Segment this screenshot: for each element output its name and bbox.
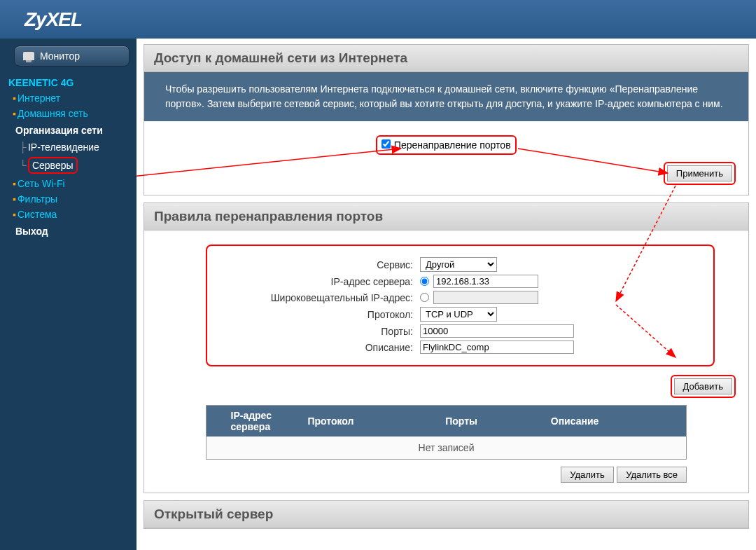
rules-table: IP-адрес сервера Протокол Порты Описание… [206,405,687,460]
add-button[interactable]: Добавить [674,378,732,394]
panel-rules: Правила перенаправления портов Сервис: Д… [144,202,749,493]
nav-home-network[interactable]: ▪Домашняя сеть [0,106,136,121]
desc-input[interactable] [420,341,574,354]
broadcast-radio[interactable] [420,293,429,302]
panel-access-title: Доступ к домашней сети из Интернета [144,45,748,72]
monitor-label: Монитор [40,50,80,62]
nav-servers[interactable]: └Серверы [0,155,136,176]
protocol-label: Протокол: [217,309,420,320]
ports-input[interactable] [420,324,574,338]
nav-internet[interactable]: ▪Интернет [0,90,136,106]
delete-all-button[interactable]: Удалить все [617,467,687,483]
panel-open-server-title: Открытый сервер [144,501,748,528]
nav-iptv[interactable]: ├IP-телевидение [0,139,136,155]
panel-access-desc: Чтобы разрешить пользователям Интернета … [144,72,748,121]
th-protocol: Протокол [301,406,439,437]
nav-wifi[interactable]: ▪Сеть Wi-Fi [0,176,136,191]
broadcast-input[interactable] [433,291,538,304]
panel-open-server: Открытый сервер [144,500,749,529]
ip-label: IP-адрес сервера: [217,276,420,287]
apply-button[interactable]: Применить [667,165,732,181]
th-ip: IP-адрес сервера [224,406,301,437]
protocol-select[interactable]: TCP и UDP [420,307,497,322]
brand-logo: ZyXEL [24,8,82,31]
device-title: KEENETIC 4G [0,75,136,90]
service-label: Сервис: [217,259,420,270]
nav-network-org[interactable]: Организация сети [0,121,136,139]
broadcast-label: Широковещательный IP-адрес: [217,292,420,303]
nav-filters[interactable]: ▪Фильтры [0,191,136,207]
delete-button[interactable]: Удалить [561,467,614,483]
th-desc: Описание [544,406,687,437]
ip-input[interactable] [433,275,538,288]
ports-label: Порты: [217,326,420,337]
monitor-icon [23,52,34,60]
panel-rules-title: Правила перенаправления портов [144,203,748,231]
monitor-button[interactable]: Монитор [14,46,130,67]
nav-system[interactable]: ▪Система [0,207,136,222]
table-empty: Нет записей [206,436,687,460]
rule-form: Сервис: Другой IP-адрес сервера: Широков… [206,245,715,366]
port-forwarding-checkbox[interactable] [382,139,391,149]
panel-access: Доступ к домашней сети из Интернета Чтоб… [144,44,749,195]
main-content: Доступ к домашней сети из Интернета Чтоб… [136,39,756,550]
service-select[interactable]: Другой [420,257,497,272]
ip-radio[interactable] [420,277,429,286]
nav-logout[interactable]: Выход [0,222,136,240]
port-forwarding-label: Перенаправление портов [394,139,511,151]
desc-label: Описание: [217,342,420,353]
sidebar: Монитор KEENETIC 4G ▪Интернет ▪Домашняя … [0,39,136,550]
th-ports: Порты [438,406,544,437]
